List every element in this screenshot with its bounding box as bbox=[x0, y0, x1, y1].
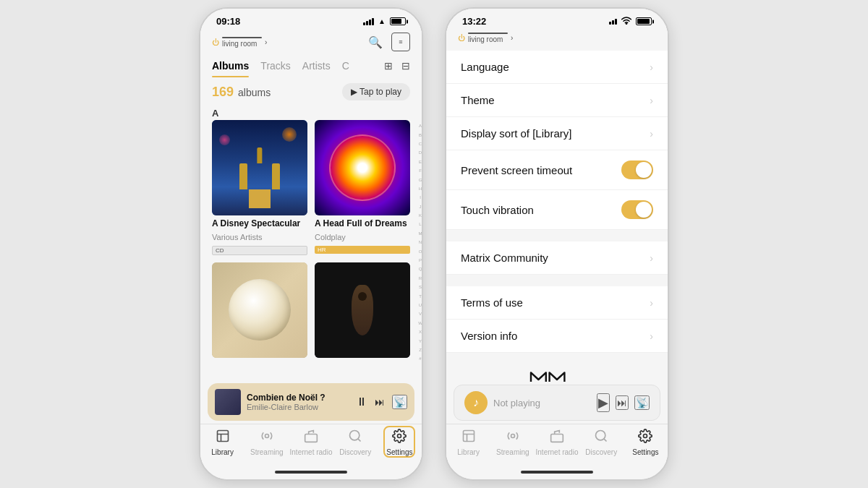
tab-artists[interactable]: Artists bbox=[302, 56, 331, 77]
device-name-left: living room bbox=[222, 37, 262, 48]
svg-point-5 bbox=[350, 431, 359, 440]
nav-settings-right[interactable]: Settings bbox=[624, 429, 668, 456]
pause-button[interactable]: ⏸ bbox=[356, 395, 367, 408]
svg-point-7 bbox=[398, 435, 401, 438]
display-sort-right: › bbox=[650, 128, 653, 140]
nav-streaming-right[interactable]: Streaming bbox=[490, 429, 535, 456]
screen-timeout-toggle[interactable] bbox=[621, 160, 653, 179]
albums-grid: A Disney Spectacular Various Artists CD bbox=[200, 120, 422, 365]
album-card-coldplay[interactable]: A Head Full of Dreams Coldplay HR bbox=[315, 120, 410, 255]
nav-discovery-right[interactable]: Discovery bbox=[579, 429, 624, 456]
album-art-3 bbox=[212, 262, 307, 358]
cast-button-right[interactable]: 📡 bbox=[634, 395, 650, 410]
np-music-icon-right: ♪ bbox=[464, 391, 488, 414]
touch-vibration-toggle[interactable] bbox=[621, 200, 653, 219]
tab-tracks[interactable]: Tracks bbox=[260, 56, 290, 77]
language-label: Language bbox=[461, 61, 509, 73]
parachutes-artwork bbox=[212, 262, 307, 358]
filter-icon[interactable]: ⊟ bbox=[401, 60, 410, 72]
settings-footer: MATRIX AUDIO ©2013-2024 Matrix Audio All… bbox=[446, 353, 668, 382]
device-chevron-left: › bbox=[265, 38, 267, 46]
settings-divider-2 bbox=[446, 275, 668, 286]
version-right: › bbox=[650, 330, 653, 342]
forward-button[interactable]: ⏭ bbox=[375, 396, 385, 408]
nav-radio-right[interactable]: Internet radio bbox=[535, 429, 579, 456]
disney-badge: CD bbox=[212, 246, 307, 255]
play-button-right[interactable]: ▶ bbox=[597, 393, 610, 412]
tab-albums[interactable]: Albums bbox=[212, 56, 249, 77]
signal-bar-2 bbox=[366, 21, 368, 25]
language-right: › bbox=[650, 61, 653, 73]
radio-icon-right bbox=[550, 429, 564, 447]
settings-content: Language › Theme › Display s bbox=[446, 48, 668, 382]
signal-bar-1 bbox=[363, 22, 365, 25]
coldplay-badge: HR bbox=[315, 246, 410, 254]
version-label: Version info bbox=[461, 330, 517, 342]
tab-right-icons: ⊞ ⊟ bbox=[384, 60, 410, 77]
device-bar-right: ⏻ living room › bbox=[446, 30, 668, 48]
community-chevron: › bbox=[650, 252, 653, 264]
room-label-left: living room bbox=[222, 40, 262, 48]
settings-community[interactable]: Matrix Community › bbox=[446, 241, 668, 275]
disney-artwork bbox=[212, 120, 307, 215]
album-art-4 bbox=[315, 262, 410, 358]
cast-button-left[interactable]: 📡 bbox=[392, 395, 407, 409]
bottom-nav-right: Library Streaming bbox=[446, 424, 668, 468]
device-info-left[interactable]: ⏻ living room › bbox=[212, 37, 267, 48]
settings-label-left: Settings bbox=[386, 448, 412, 456]
status-icons-right bbox=[609, 16, 652, 27]
nav-discovery-left[interactable]: Discovery bbox=[333, 429, 378, 456]
settings-touch-vibration[interactable]: Touch vibration bbox=[446, 190, 668, 230]
touch-vibration-right bbox=[621, 200, 653, 219]
queue-icon-left[interactable]: ≡ bbox=[391, 33, 410, 51]
album-art-coldplay bbox=[315, 120, 410, 215]
tap-to-play-btn[interactable]: ▶ Tap to play bbox=[342, 83, 410, 100]
forward-button-right[interactable]: ⏭ bbox=[616, 395, 629, 410]
settings-icon-right bbox=[638, 429, 652, 447]
now-playing-bar-right[interactable]: ♪ Not playing ▶ ⏭ 📡 bbox=[454, 385, 660, 421]
album-card-4[interactable] bbox=[315, 262, 410, 358]
device-info-right[interactable]: ⏻ living room › bbox=[458, 33, 513, 43]
wifi-icon-right bbox=[621, 16, 631, 27]
albums-header: 169 albums ▶ Tap to play bbox=[200, 77, 422, 105]
bottom-nav-left: Library Streaming bbox=[200, 424, 422, 468]
screen-timeout-label: Prevent screen timeout bbox=[461, 164, 572, 176]
nav-streaming-left[interactable]: Streaming bbox=[244, 429, 289, 456]
grid-icon[interactable]: ⊞ bbox=[384, 60, 393, 72]
music-note-icon: ♪ bbox=[473, 396, 479, 409]
guitar-artwork bbox=[315, 262, 410, 358]
nav-library-right[interactable]: Library bbox=[446, 429, 490, 456]
signal-bar-4 bbox=[372, 18, 374, 25]
nav-settings-left[interactable]: Settings bbox=[378, 429, 422, 456]
battery-fill-left bbox=[391, 19, 401, 24]
nav-library-left[interactable]: Library bbox=[200, 429, 244, 456]
album-card-3[interactable] bbox=[212, 262, 307, 358]
device-bar-line-right bbox=[468, 33, 508, 34]
nav-radio-left[interactable]: Internet radio bbox=[289, 429, 333, 456]
streaming-label-right: Streaming bbox=[496, 448, 529, 456]
now-playing-bar-left[interactable]: Combien de Noël ? Emilie-Claire Barlow ⏸… bbox=[208, 383, 414, 421]
time-left: 09:18 bbox=[216, 16, 240, 27]
status-bar-left: 09:18 ▲ bbox=[200, 9, 422, 30]
tab-more[interactable]: C bbox=[342, 60, 349, 77]
np-album-thumb-left bbox=[215, 389, 241, 415]
room-label-right: living room bbox=[468, 35, 508, 43]
theme-label: Theme bbox=[461, 94, 495, 106]
theme-right: › bbox=[650, 95, 653, 106]
time-right: 13:22 bbox=[462, 16, 486, 27]
power-icon-left: ⏻ bbox=[212, 38, 219, 46]
settings-theme[interactable]: Theme › bbox=[446, 84, 668, 117]
screens-container: 09:18 ▲ ⏻ bbox=[188, 7, 680, 481]
album-card-disney[interactable]: A Disney Spectacular Various Artists CD bbox=[212, 120, 307, 255]
settings-language[interactable]: Language › bbox=[446, 51, 668, 84]
settings-display-sort[interactable]: Display sort of [Library] › bbox=[446, 117, 668, 150]
battery-right bbox=[636, 17, 652, 25]
device-bar-line-left bbox=[222, 37, 262, 38]
settings-terms[interactable]: Terms of use › bbox=[446, 286, 668, 320]
left-phone: 09:18 ▲ ⏻ bbox=[199, 7, 423, 481]
signal-bar-r3 bbox=[615, 19, 617, 25]
search-icon-left[interactable]: 🔍 bbox=[368, 35, 383, 49]
settings-screen-timeout[interactable]: Prevent screen timeout bbox=[446, 150, 668, 190]
nav-tabs-left: Albums Tracks Artists C ⊞ ⊟ bbox=[200, 56, 422, 77]
settings-version[interactable]: Version info › bbox=[446, 320, 668, 353]
